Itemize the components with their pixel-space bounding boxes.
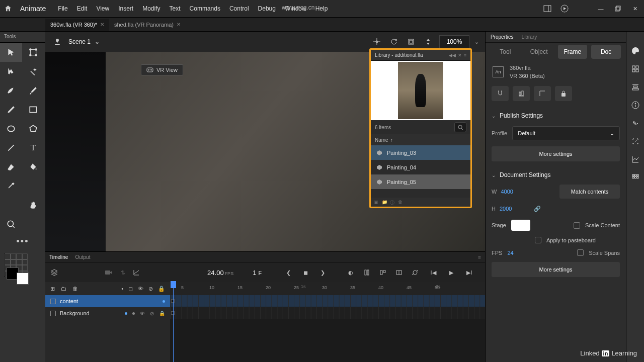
timeline-ruler[interactable]: 5 10 15 20 25 30 35 40 45 50 1s 2s xyxy=(170,282,485,295)
color-palette-icon[interactable] xyxy=(630,46,640,56)
insert-frame-icon[interactable] xyxy=(362,268,371,277)
output-tab[interactable]: Output xyxy=(75,254,90,260)
layer-dot-icon[interactable] xyxy=(125,312,127,315)
scale-content-checkbox[interactable] xyxy=(574,222,580,229)
link-dims-icon[interactable]: 🔗 xyxy=(534,206,541,212)
clip-stage-icon[interactable] xyxy=(405,36,417,48)
workspace-icon[interactable] xyxy=(542,4,552,14)
layer-dot-icon[interactable] xyxy=(132,312,135,315)
align-icon[interactable] xyxy=(513,86,530,101)
line-tool-icon[interactable] xyxy=(0,138,22,157)
selection-tool-icon[interactable] xyxy=(0,43,22,62)
center-stage-icon[interactable] xyxy=(371,36,383,48)
panel-menu-icon[interactable]: ≡ xyxy=(478,254,481,260)
panel-close-icon[interactable]: ✕ xyxy=(458,53,462,58)
maximize-icon[interactable] xyxy=(613,4,623,14)
library-column-header[interactable]: Name ↑ xyxy=(371,134,470,145)
apply-pasteboard-checkbox[interactable] xyxy=(535,237,541,243)
profile-select[interactable]: Default ⌄ xyxy=(512,126,620,140)
tab-close-icon[interactable]: ✕ xyxy=(177,22,181,27)
panel-tab-library[interactable]: Library xyxy=(522,34,537,40)
loop-icon[interactable] xyxy=(411,268,420,277)
lock-layers-icon[interactable]: 🔒 xyxy=(158,286,165,292)
panel-tab-properties[interactable]: Properties xyxy=(491,34,514,40)
last-frame-icon[interactable]: ❯ xyxy=(318,268,327,277)
chart-panel-icon[interactable] xyxy=(630,154,640,164)
camera-icon[interactable] xyxy=(105,268,113,277)
pencil-tool-icon[interactable] xyxy=(0,100,22,119)
playhead[interactable] xyxy=(173,282,174,362)
swatches-icon[interactable] xyxy=(630,64,640,74)
fps-input[interactable]: 24 xyxy=(507,250,513,256)
new-folder-icon[interactable]: 📁 xyxy=(382,200,387,205)
more-tools-icon[interactable]: ••• xyxy=(0,234,45,249)
layer-lock-icon[interactable]: 🔒 xyxy=(159,311,165,316)
document-settings-header[interactable]: ⌄ Document Settings xyxy=(486,167,626,183)
color-swatch[interactable] xyxy=(4,253,28,277)
outline-icon[interactable]: ◻ xyxy=(128,286,133,292)
publish-settings-header[interactable]: ⌄ Publish Settings xyxy=(486,108,626,123)
play-icon[interactable] xyxy=(559,4,570,14)
scale-spans-checkbox[interactable] xyxy=(577,249,584,256)
layers-icon[interactable] xyxy=(50,268,58,277)
grid-panel-icon[interactable] xyxy=(630,172,640,183)
menu-view[interactable]: View xyxy=(96,5,109,12)
chevron-down-icon[interactable]: ⌄ xyxy=(474,39,479,45)
doc-tab-360vr[interactable]: 360vr.fla (VR 360)* ✕ xyxy=(45,19,109,31)
panel-collapse-icon[interactable]: ◀◀ xyxy=(449,53,456,58)
delete-icon[interactable]: 🗑 xyxy=(398,200,403,205)
zoom-tool-icon[interactable] xyxy=(0,215,22,234)
menu-text[interactable]: Text xyxy=(170,5,181,12)
info-panel-icon[interactable] xyxy=(630,100,640,110)
eraser-tool-icon[interactable] xyxy=(0,157,22,176)
fluid-brush-tool-icon[interactable] xyxy=(0,81,22,100)
width-input[interactable]: 4000 xyxy=(501,186,529,198)
layer-visibility-icon[interactable]: 👁 xyxy=(140,311,145,316)
doc-tab-shed[interactable]: shed.fla (VR Panorama) ✕ xyxy=(109,19,186,31)
zoom-input[interactable]: 100% xyxy=(439,35,469,48)
first-frame-icon[interactable]: ❮ xyxy=(284,268,293,277)
menu-debug[interactable]: Debug xyxy=(258,5,276,12)
magic-wand-tool-icon[interactable] xyxy=(22,62,44,81)
free-transform-tool-icon[interactable] xyxy=(22,43,44,62)
lock-icon[interactable] xyxy=(555,86,572,101)
match-contents-button[interactable]: Match contents xyxy=(559,185,620,199)
tab-close-icon[interactable]: ✕ xyxy=(100,22,104,27)
step-forward-icon[interactable]: ▶I xyxy=(465,268,474,277)
rotate-stage-icon[interactable] xyxy=(388,36,400,48)
scene-selector[interactable]: Scene 1 ⌄ xyxy=(68,38,100,45)
subtab-tool[interactable]: Tool xyxy=(491,45,520,59)
layer-visibility-off-icon[interactable]: ⊘ xyxy=(150,311,154,316)
highlight-layer-icon[interactable]: • xyxy=(121,286,123,292)
menu-insert[interactable]: Insert xyxy=(118,5,133,12)
track-row-content[interactable] xyxy=(170,295,485,307)
new-folder-icon[interactable]: 🗀 xyxy=(61,286,66,292)
minimize-icon[interactable]: — xyxy=(596,4,606,14)
layer-dot-icon[interactable] xyxy=(163,300,165,303)
step-back-icon[interactable]: I◀ xyxy=(429,268,438,277)
layer-depth-icon[interactable]: ⇅ xyxy=(120,268,126,277)
layer-type-icon[interactable] xyxy=(50,299,56,304)
paint-bucket-tool-icon[interactable] xyxy=(22,157,44,176)
menu-file[interactable]: File xyxy=(58,5,67,12)
menu-control[interactable]: Control xyxy=(229,5,249,12)
zoom-stepper-icon[interactable] xyxy=(422,36,434,48)
transform-panel-icon[interactable] xyxy=(630,136,640,146)
layer-row-content[interactable]: content xyxy=(45,295,170,307)
ruler-icon[interactable] xyxy=(534,86,551,101)
library-item[interactable]: Painting_04 xyxy=(371,160,470,174)
edit-multiple-icon[interactable]: ✎• xyxy=(630,118,640,128)
library-item[interactable]: Painting_03 xyxy=(371,145,470,160)
timeline-tab[interactable]: Timeline xyxy=(49,254,68,260)
visibility-icon[interactable]: 👁 xyxy=(138,286,143,292)
library-panel[interactable]: Library - additional.fla ◀◀ ✕ ≡ 6 items … xyxy=(369,48,472,208)
stage-color-swatch[interactable] xyxy=(511,220,530,231)
layer-row-background[interactable]: Background 👁 ⊘ 🔒 xyxy=(45,307,170,319)
play-icon[interactable]: ▶ xyxy=(447,268,456,277)
stop-icon[interactable]: ◼ xyxy=(301,268,310,277)
subtab-frame[interactable]: Frame xyxy=(558,45,588,59)
menu-help[interactable]: Help xyxy=(315,5,328,12)
subtab-object[interactable]: Object xyxy=(524,45,554,59)
new-symbol-icon[interactable]: ▣ xyxy=(374,200,379,205)
home-icon[interactable] xyxy=(4,3,16,15)
